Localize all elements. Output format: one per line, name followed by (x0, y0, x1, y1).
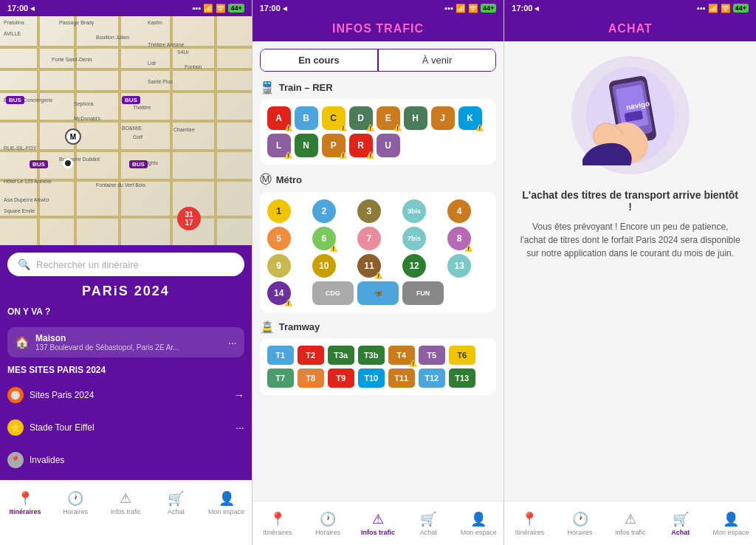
nav-achat-2[interactable]: 🛒 Achat (403, 504, 453, 542)
nav-espace-2[interactable]: 👤 Mon espace (453, 504, 504, 542)
tram-T9[interactable]: T9 (328, 369, 354, 388)
nav-espace-1[interactable]: 👤 Mon espace (202, 484, 252, 521)
metro-fun[interactable]: FUN (402, 281, 444, 305)
metro-12[interactable]: 12 (402, 254, 426, 278)
nav-label-horaires-3: Horaires (568, 529, 593, 536)
line-A[interactable]: A⚠️ (267, 106, 291, 130)
nav-infos-2[interactable]: ⚠ Infos trafic (353, 504, 403, 542)
line-R[interactable]: R⚠️ (349, 134, 373, 157)
nav-label-achat-1: Achat (168, 508, 185, 515)
metro-10[interactable]: 10 (312, 254, 336, 278)
nav-label-espace-1: Mon espace (208, 508, 244, 515)
line-N[interactable]: N (295, 134, 318, 157)
map-label-mcdo: McDonald's (74, 116, 100, 121)
line-D[interactable]: D⚠️ (349, 106, 373, 130)
site-item-1[interactable]: ⚪ Sites Paris 2024 → (7, 383, 244, 408)
metro-orlyval[interactable]: 🦋 (357, 281, 399, 305)
location-card[interactable]: 🏠 Maison 137 Boulevard de Sébastopol, Pa… (7, 327, 244, 357)
line-K[interactable]: K⚠️ (458, 106, 482, 130)
time-2: 17:00 (260, 4, 281, 13)
nav-horaires-3[interactable]: 🕐 Horaires (554, 504, 605, 542)
nav-espace-3[interactable]: 👤 Mon espace (706, 504, 756, 542)
tram-T3a[interactable]: T3a (328, 346, 354, 365)
site-name-3: Invalides (30, 455, 244, 465)
line-H[interactable]: H (404, 106, 427, 130)
home-icon: 🏠 (15, 335, 30, 349)
tram-T10[interactable]: T10 (358, 369, 385, 388)
metro-9[interactable]: 9 (267, 254, 291, 278)
nav-icon-espace-1: 👤 (219, 490, 235, 507)
metro-6[interactable]: 6⚠️ (312, 227, 336, 250)
status-bar-3: 17:00 ◂ ▪▪▪ 📶 🛜 44+ (504, 0, 756, 16)
map-area[interactable]: Pratolina Passage Brady Kastm AVILLE Bou… (0, 16, 252, 245)
metro-7[interactable]: 7 (357, 227, 381, 250)
phone2-content[interactable]: En cours À venir 🚆 Train – RER A⚠️ B C⚠️… (252, 41, 504, 501)
nav-label-itineraires-3: Itinéraires (515, 529, 545, 536)
tram-T13[interactable]: T13 (449, 369, 475, 388)
metro-14[interactable]: 14⚠️ (267, 281, 291, 305)
phones-container: 17:00 ◂ ▪▪▪ 📶 🛜 44+ (0, 0, 756, 545)
metro-1[interactable]: 1 (267, 199, 291, 223)
line-U[interactable]: U (377, 134, 400, 157)
nav-horaires-2[interactable]: 🕐 Horaires (303, 504, 353, 542)
nav-itineraires-3[interactable]: 📍 Itinéraires (504, 504, 554, 542)
map-label-theatre2: Théâtre (133, 105, 151, 110)
line-L[interactable]: L⚠️ (267, 134, 291, 157)
tram-T12[interactable]: T12 (419, 369, 445, 388)
nav-achat-3[interactable]: 🛒 Achat (656, 504, 706, 542)
toggle-a-venir[interactable]: À venir (379, 49, 496, 71)
metro-5[interactable]: 5 (267, 227, 291, 250)
phone1-bottom: 🔍 Rechercher un itinéraire PARiS 2024 ON… (0, 245, 252, 480)
tram-T7[interactable]: T7 (267, 369, 294, 388)
nav-infos-3[interactable]: ⚠ Infos trafic (605, 504, 656, 542)
toggle-en-cours[interactable]: En cours (261, 49, 378, 71)
metro-13[interactable]: 13 (447, 254, 471, 278)
metro-11[interactable]: 11⚠️ (357, 254, 381, 278)
location-name: Maison (35, 333, 222, 343)
tram-T5[interactable]: T5 (419, 346, 445, 365)
phone3-header: ACHAT (504, 16, 756, 41)
site-item-2[interactable]: ⭐ Stade Tour Eiffel ··· (7, 415, 244, 440)
nav-itineraires-1[interactable]: 📍 Itinéraires (0, 484, 50, 521)
line-J[interactable]: J (431, 106, 455, 130)
train-rer-grid: A⚠️ B C⚠️ D⚠️ E⚠️ H J K⚠️ L⚠️ N P⚠️ R⚠️ … (267, 106, 489, 157)
tram-T3b[interactable]: T3b (358, 346, 385, 365)
tram-T6[interactable]: T6 (449, 346, 475, 365)
nav-itineraires-2[interactable]: 📍 Itinéraires (252, 504, 303, 542)
location-more-dots[interactable]: ··· (228, 337, 237, 349)
tram-T11[interactable]: T11 (388, 369, 415, 388)
nav-icon-achat-2: 🛒 (420, 511, 436, 527)
map-label-hotel: Hôtel Le 123 Annexe (4, 179, 52, 184)
line-B[interactable]: B (295, 106, 318, 130)
line-E[interactable]: E⚠️ (377, 106, 400, 130)
nav-label-horaires-1: Horaires (63, 508, 88, 515)
metro-header: Ⓜ Métro (260, 172, 497, 188)
nav-infos-1[interactable]: ⚠ Infos trafic (100, 484, 151, 521)
nav-label-infos-1: Infos trafic (111, 508, 142, 515)
tram-icon: 🚊 (260, 320, 275, 334)
tram-T1[interactable]: T1 (267, 346, 294, 365)
metro-7bis[interactable]: 7bis (402, 227, 426, 250)
line-C[interactable]: C⚠️ (322, 106, 346, 130)
nav-label-espace-2: Mon espace (461, 529, 497, 536)
line-P[interactable]: P⚠️ (322, 134, 346, 157)
metro-3bis[interactable]: 3bis (402, 199, 426, 223)
tram-T2[interactable]: T2 (298, 346, 324, 365)
metro-2[interactable]: 2 (312, 199, 336, 223)
site-item-3[interactable]: 📍 Invalides (7, 448, 244, 473)
nav-horaires-1[interactable]: 🕐 Horaires (50, 484, 100, 521)
tram-T4[interactable]: T4⚠️ (388, 346, 415, 365)
metro-3[interactable]: 3 (357, 199, 381, 223)
metro-8[interactable]: 8⚠️ (447, 227, 471, 250)
search-bar[interactable]: 🔍 Rechercher un itinéraire (7, 253, 244, 276)
map-label-sainschambre: Chambre (173, 127, 195, 132)
metro-label: Métro (276, 174, 302, 185)
tram-T8[interactable]: T8 (298, 369, 324, 388)
metro-cdg[interactable]: CDG (312, 281, 354, 305)
nav-icon-itineraires-3: 📍 (521, 511, 537, 527)
metro-4[interactable]: 4 (447, 199, 471, 223)
nav-achat-1[interactable]: 🛒 Achat (151, 484, 201, 521)
status-bar-2: 17:00 ◂ ▪▪▪ 📶 🛜 44+ (252, 0, 504, 16)
map-bus-2: BUS (122, 96, 140, 104)
map-label-rue: RUE-SIL-FOY (4, 145, 36, 151)
